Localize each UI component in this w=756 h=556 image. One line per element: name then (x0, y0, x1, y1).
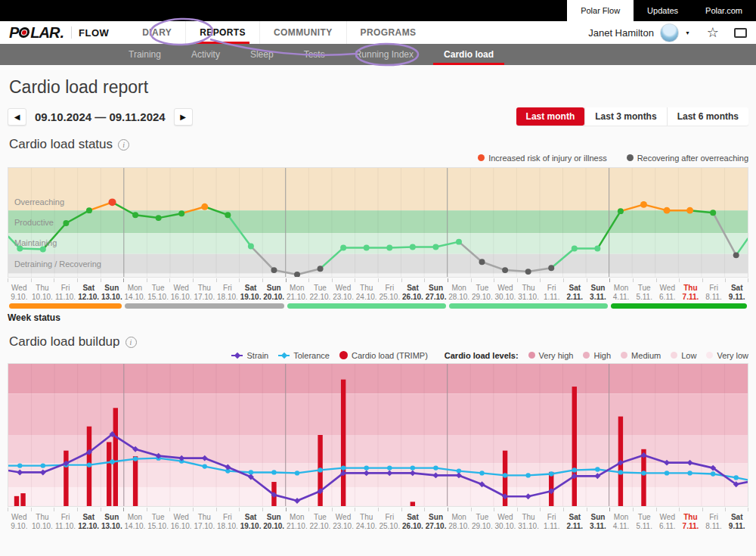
axis-day: Tue (147, 513, 170, 522)
axis-label-sat-26-10-: Sat26.10. (401, 511, 425, 531)
axis-day: Wed (494, 284, 517, 293)
axis-date: 15.10. (147, 293, 170, 302)
axis-day: Wed (656, 284, 680, 293)
legend-level-very-low: Very low (706, 351, 748, 360)
axis-label-sun-13-10-: Sun13.10. (101, 511, 124, 531)
axis-day: Mon (609, 284, 633, 293)
axis-label-tue-22-10-: Tue22.10. (308, 282, 332, 302)
nav-item-reports[interactable]: REPORTS (185, 21, 259, 44)
axis-day: Mon (448, 513, 471, 522)
legend-dot-icon (478, 154, 485, 161)
range-button-last-6-months[interactable]: Last 6 months (667, 107, 748, 126)
axis-day: Sun (424, 284, 448, 293)
legend-dot-icon (339, 351, 348, 359)
legend-item-cardio-load-trimp-: Cardio load (TRIMP) (339, 351, 428, 360)
axis-day: Sat (401, 513, 425, 522)
topbar-tab-polar-flow[interactable]: Polar Flow (567, 0, 634, 21)
buildup-chart[interactable] (8, 363, 748, 507)
chevron-down-icon[interactable]: ▼ (685, 30, 690, 36)
subnav-item-activity[interactable]: Activity (176, 44, 235, 65)
axis-date: 3.11. (587, 522, 610, 531)
next-period-button[interactable]: ▶ (174, 108, 193, 126)
axis-date: 18.10. (216, 522, 240, 531)
axis-label-sun-3-11-: Sun3.11. (587, 511, 610, 531)
axis-label-tue-15-10-: Tue15.10. (147, 282, 170, 302)
polar-logo[interactable]: P LAR . (9, 24, 64, 42)
axis-date: 14.10. (123, 522, 147, 531)
axis-label-wed-30-10-: Wed30.10. (494, 511, 517, 531)
logo-period: . (60, 24, 64, 42)
logo-o-icon (18, 27, 30, 38)
legend-dot-icon (706, 352, 713, 359)
reports-subnav: TrainingActivitySleepTestsRunning IndexC… (0, 44, 756, 65)
axis-day: Mon (123, 513, 147, 522)
avatar[interactable] (660, 23, 679, 42)
week-status-bar-5 (611, 303, 747, 309)
axis-day: Thu (193, 513, 216, 522)
legend-level-very-high: Very high (528, 351, 574, 360)
logo-letters-lar: LAR (30, 24, 59, 42)
buildup-legend: StrainToleranceCardio load (TRIMP)Cardio… (8, 350, 748, 360)
buildup-section-head: Cardio load buildup i (8, 334, 748, 349)
axis-day: Sun (424, 513, 448, 522)
axis-day: Fri (54, 513, 77, 522)
legend-dot-icon (627, 154, 634, 161)
nav-item-community[interactable]: COMMUNITY (259, 21, 346, 44)
axis-date: 7.11. (679, 293, 702, 302)
favorite-star-icon[interactable]: ☆ (707, 26, 719, 39)
axis-day: Thu (679, 513, 702, 522)
user-name[interactable]: Janet Hamilton (588, 27, 654, 39)
legend-label: High (593, 351, 611, 360)
axis-day: Tue (308, 284, 332, 293)
range-button-last-3-months[interactable]: Last 3 months (584, 107, 666, 126)
axis-day: Sun (587, 284, 610, 293)
axis-label-sun-20-10-: Sun20.10. (262, 282, 286, 302)
subnav-item-sleep[interactable]: Sleep (235, 44, 289, 65)
subnav-item-tests[interactable]: Tests (289, 44, 340, 65)
legend-level-low: Low (671, 351, 696, 360)
axis-label-wed-23-10-: Wed23.10. (332, 282, 355, 302)
axis-date: 28.10. (448, 522, 471, 531)
topbar-tab-polar-com[interactable]: Polar.com (692, 0, 756, 21)
info-icon[interactable]: i (118, 139, 129, 151)
axis-date: 4.11. (609, 522, 633, 531)
axis-label-wed-16-10-: Wed16.10. (169, 282, 193, 302)
axis-label-sun-27-10-: Sun27.10. (424, 282, 448, 302)
legend-item-increased-risk-of-injury-or-illness: Increased risk of injury or illness (478, 154, 607, 163)
axis-day: Tue (471, 513, 494, 522)
axis-label-thu-31-10-: Thu31.10. (517, 282, 541, 302)
topbar-tab-updates[interactable]: Updates (634, 0, 692, 21)
subnav-item-cardio-load[interactable]: Cardio load (429, 44, 509, 65)
legend-item-strain: Strain (231, 351, 268, 360)
axis-day: Thu (31, 284, 54, 293)
axis-date: 18.10. (216, 293, 240, 302)
axis-label-fri-8-11-: Fri8.11. (702, 282, 726, 302)
axis-day: Fri (378, 284, 401, 293)
feedback-icon[interactable] (734, 28, 747, 38)
axis-day: Sat (563, 513, 587, 522)
prev-period-button[interactable]: ◀ (8, 108, 26, 126)
axis-label-thu-10-10-: Thu10.10. (31, 282, 54, 302)
axis-label-mon-28-10-: Mon28.10. (448, 511, 471, 531)
status-chart[interactable]: OverreachingProductiveMaintainingDetrain… (8, 167, 748, 278)
axis-label-fri-11-10-: Fri11.10. (54, 511, 77, 531)
axis-day: Fri (216, 513, 240, 522)
nav-item-programs[interactable]: PROGRAMS (346, 21, 430, 44)
subnav-item-training[interactable]: Training (113, 44, 176, 65)
axis-date: 16.10. (169, 293, 193, 302)
range-button-last-month[interactable]: Last month (516, 107, 585, 126)
axis-date: 4.11. (609, 293, 633, 302)
axis-date: 21.10. (286, 293, 309, 302)
nav-item-diary[interactable]: DIARY (129, 21, 185, 44)
subnav-item-running-index[interactable]: Running Index (340, 44, 429, 65)
axis-day: Fri (216, 284, 240, 293)
axis-date: 11.10. (54, 293, 77, 302)
main-nav: DIARYREPORTSCOMMUNITYPROGRAMS (129, 21, 429, 44)
info-icon[interactable]: i (125, 337, 137, 348)
axis-day: Mon (609, 513, 633, 522)
legend-level-medium: Medium (621, 351, 661, 360)
week-status-bars (8, 303, 748, 309)
axis-day: Sat (563, 284, 587, 293)
axis-date: 9.10. (8, 522, 31, 531)
axis-label-wed-16-10-: Wed16.10. (169, 511, 193, 531)
